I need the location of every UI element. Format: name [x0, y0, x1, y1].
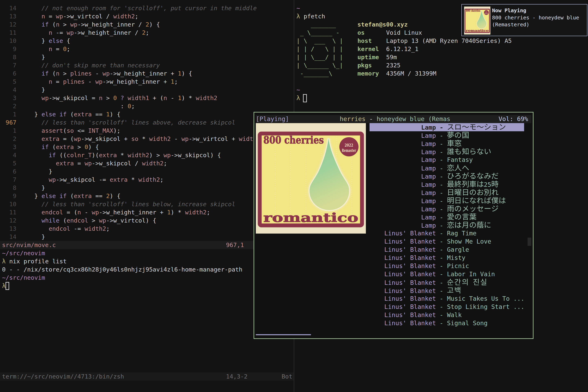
- playlist-item[interactable]: Linus' Blanket - Picnic: [370, 262, 524, 270]
- text-run: -: [436, 246, 447, 253]
- playlist-item[interactable]: Linus' Blanket -: [370, 286, 524, 294]
- code-line[interactable]: 1 } else if (extra == 1) {: [2, 110, 120, 118]
- code-line[interactable]: 3 wp->w_skipcol = n > 0 ? width1 + (n - …: [2, 94, 217, 102]
- playlist-item[interactable]: Linus' Blanket - Misty: [370, 254, 524, 262]
- code-line[interactable]: 9 } else if (extra == 2) {: [2, 192, 120, 200]
- playlist-item[interactable]: Linus' Blanket -: [370, 278, 524, 286]
- text-run: pfetch: [304, 13, 325, 20]
- text-run: -: [436, 173, 447, 180]
- text-run: else: [42, 111, 56, 118]
- code-line[interactable]: 3 if (extra > 0) {: [2, 143, 99, 151]
- album-artist-text: 800 cherries: [264, 134, 324, 146]
- playlist-item[interactable]: Lamp -: [370, 213, 524, 221]
- text-run: λ: [296, 94, 300, 102]
- text-run: assert: [42, 127, 63, 134]
- playlist-item[interactable]: Linus' Blanket - Stop Liking Start ...: [370, 303, 524, 311]
- text-run: 1: [178, 94, 182, 102]
- code-line[interactable]: 8 }: [2, 184, 45, 192]
- code-line[interactable]: 8 }: [2, 53, 45, 61]
- playlist-item[interactable]: Linus' Blanket - Labor In Vain: [370, 270, 524, 278]
- code-line[interactable]: 1 assert(so <= INT_MAX);: [2, 126, 120, 135]
- playlist-item[interactable]: Lamp -: [370, 131, 524, 140]
- code-line[interactable]: 4 if ((colnr_T)(extra * width2) > wp->w_…: [2, 151, 221, 159]
- code-line[interactable]: 13 endcol -= width2;: [2, 224, 110, 233]
- playlist-item[interactable]: Lamp -: [370, 164, 524, 172]
- text-run: ->w_virtcol /: [63, 13, 113, 20]
- text-run: -: [436, 124, 447, 131]
- code-line[interactable]: 10 // less than 'scrolloff' lines below,…: [2, 200, 235, 208]
- code-line[interactable]: 11 endcol = (n - wp->w_height_inner + 1)…: [2, 208, 210, 216]
- playlist-item[interactable]: Linus' Blanket - Gargle: [370, 246, 524, 254]
- playlist-item[interactable]: Lamp -: [370, 188, 524, 196]
- text-run: extra: [110, 176, 128, 183]
- text-run: ->w_height_inner +: [110, 70, 178, 77]
- code-line[interactable]: 14 // not enough room for 'scrolloff', p…: [2, 4, 257, 12]
- code-line[interactable]: 4 }: [2, 86, 45, 94]
- playlist-item[interactable]: Linus' Blanket - Rag Time: [370, 229, 524, 238]
- text-run: + (: [149, 94, 164, 102]
- playlist-item[interactable]: Linus' Blanket - Walk: [370, 311, 524, 319]
- text-run: (: [48, 144, 56, 150]
- code-line[interactable]: 5 n = plines - wp->w_height_inner + 1;: [2, 78, 178, 86]
- text-run: Lamp: [370, 206, 436, 213]
- text-run: (: [48, 21, 56, 28]
- code-line[interactable]: 7 // don't skip more than necessary: [2, 61, 160, 70]
- playlist-item[interactable]: Lamp - 25: [370, 180, 524, 188]
- progress-bar[interactable]: [256, 334, 311, 335]
- text-run: 59m: [386, 54, 397, 61]
- cjk-glyph: [462, 213, 469, 220]
- playlist-item[interactable]: Linus' Blanket - Music Takes Us To ...: [370, 294, 524, 303]
- playlist-item[interactable]: Lamp -: [370, 196, 524, 205]
- code-line[interactable]: 10 } else {: [2, 37, 70, 45]
- playlist-item[interactable]: Lamp -: [370, 140, 524, 148]
- playlist-item[interactable]: Lamp -: [370, 221, 524, 229]
- text-run: ) *: [182, 94, 196, 102]
- text-run: =: [74, 160, 84, 167]
- cjk-glyph: [447, 172, 454, 180]
- playlist-item[interactable]: Lamp -: [370, 148, 524, 156]
- text-run: >: [74, 144, 85, 150]
- code-line[interactable]: 12 if (n > wp->w_height_inner / 2) {: [2, 20, 160, 28]
- album-art-svg: 800 cherries 2022 Remaster romantico: [256, 123, 366, 234]
- playlist-item[interactable]: Lamp - Fantasy: [370, 156, 524, 164]
- code-line[interactable]: 13 n = wp->w_virtcol / width2;: [2, 12, 138, 20]
- text-run: =: [52, 78, 63, 85]
- text-run: [469, 279, 473, 286]
- neovim-window[interactable]: 14 // not enough room for 'scrolloff', p…: [0, 0, 294, 392]
- text-run: (: [60, 217, 66, 224]
- playlist-item[interactable]: Lamp -: [370, 205, 524, 213]
- playlist-item[interactable]: Lamp -: [370, 123, 524, 131]
- cjk-glyph: [462, 164, 469, 171]
- code-line[interactable]: 9 n = 0;: [2, 45, 70, 53]
- cjk-glyph: [491, 196, 498, 204]
- playlist-item[interactable]: Lamp -: [370, 172, 524, 180]
- text-run: 2: [142, 29, 146, 36]
- code-line[interactable]: 967 // less than 'scrolloff' lines above…: [2, 118, 235, 126]
- cjk-glyph: [476, 188, 484, 196]
- code-line[interactable]: 6 }: [2, 168, 52, 176]
- code-line[interactable]: 5 extra = wp->w_skipcol / width2;: [2, 159, 167, 168]
- music-player-window[interactable]: [Playing] herries - honeydew blue (Remas…: [254, 112, 534, 339]
- text-run: ==: [92, 192, 106, 200]
- code-line[interactable]: 14 }: [2, 233, 45, 241]
- playlist-item[interactable]: Linus' Blanket - Show Me Love: [370, 238, 524, 246]
- text-run: Linus' Blanket: [370, 279, 436, 286]
- code-line[interactable]: 2 extra = (wp->w_skipcol + so * width2 -…: [2, 135, 294, 143]
- code-line[interactable]: 6 if (n > plines - wp->w_height_inner + …: [2, 70, 192, 78]
- album-badge-year: 2022: [485, 12, 487, 13]
- text-run: wp: [102, 70, 110, 77]
- playlist-item[interactable]: Linus' Blanket - Signal Song: [370, 319, 524, 327]
- text-run: [20, 225, 49, 232]
- cjk-glyph: [469, 196, 476, 204]
- text-run: ->w_skipcol) {: [171, 152, 221, 159]
- statusline-terminal: term://~/src/neovim//4713:/bin/zsh 14,3-…: [0, 372, 294, 380]
- text-run: wp: [92, 209, 99, 216]
- code-line[interactable]: 11 n -= wp->w_height_inner / 2;: [2, 28, 149, 37]
- rterm-line: | \______ \_| pkgs 2325: [296, 61, 400, 70]
- code-line[interactable]: 2 : 0;: [2, 102, 135, 110]
- playlist-scrollbar-thumb[interactable]: [528, 238, 531, 246]
- notification[interactable]: 800 cherries 2022 Remaster romantico Now…: [462, 4, 588, 36]
- text-run: [20, 78, 49, 85]
- code-line[interactable]: 12 while (endcol > wp->w_virtcol) {: [2, 216, 156, 224]
- code-line[interactable]: 7 wp->w_skipcol -= extra * width2;: [2, 176, 164, 184]
